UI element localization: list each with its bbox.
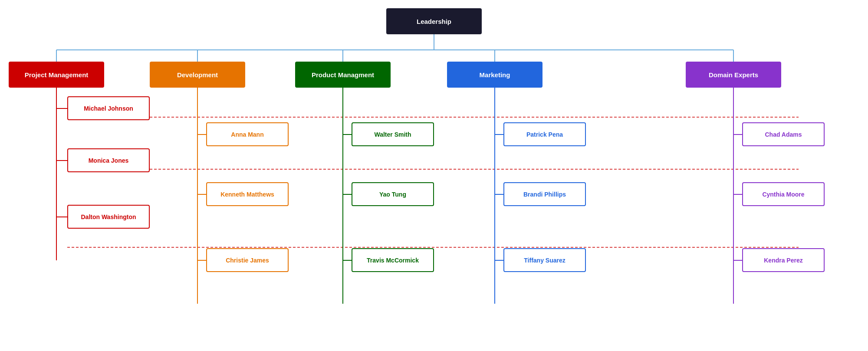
person-chad-adams: Chad Adams [742,122,825,146]
person-walter-smith: Walter Smith [352,122,434,146]
person-travis-mccormick: Travis McCormick [352,248,434,272]
leadership-label: Leadership [417,18,451,25]
person-cynthia-moore: Cynthia Moore [742,182,825,206]
dept-dev-node: Development [150,62,245,88]
person-kenneth-matthews: Kenneth Matthews [206,182,289,206]
dept-dev-label: Development [177,71,218,79]
dept-domain-label: Domain Experts [709,71,758,79]
person-kendra-perez: Kendra Perez [742,248,825,272]
person-brandi-phillips: Brandi Phillips [503,182,586,206]
dept-prodmgmt-node: Product Managment [295,62,391,88]
dept-pm-label: Project Management [25,71,89,79]
person-michael-johnson: Michael Johnson [67,96,150,120]
dept-marketing-label: Marketing [480,71,510,79]
person-monica-jones: Monica Jones [67,148,150,172]
leadership-node: Leadership [386,8,482,34]
person-dalton-washington: Dalton Washington [67,205,150,229]
connector-lines [0,0,868,351]
person-yao-tung: Yao Tung [352,182,434,206]
person-patrick-pena: Patrick Pena [503,122,586,146]
person-anna-mann: Anna Mann [206,122,289,146]
org-chart: Leadership Project Management Developmen… [0,0,868,351]
dept-pm-node: Project Management [9,62,104,88]
dept-prodmgmt-label: Product Managment [312,71,374,79]
dept-domain-node: Domain Experts [686,62,781,88]
person-tiffany-suarez: Tiffany Suarez [503,248,586,272]
person-christie-james: Christie James [206,248,289,272]
dept-marketing-node: Marketing [447,62,542,88]
